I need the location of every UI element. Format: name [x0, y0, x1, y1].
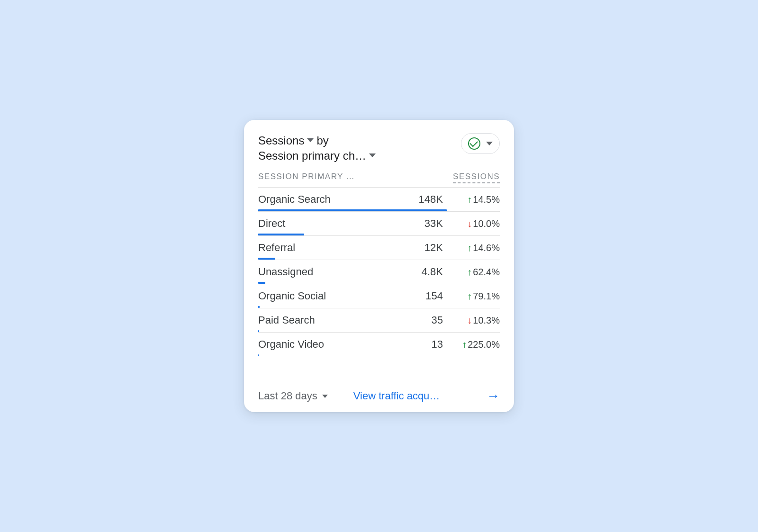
- channel-name: Organic Search: [258, 193, 400, 206]
- sessions-by-channel-card: Sessions by Session primary ch… SESSION …: [244, 120, 514, 413]
- by-word: by: [316, 133, 328, 148]
- channel-name: Paid Search: [258, 314, 400, 326]
- bar-fill: [258, 330, 259, 332]
- card-footer: Last 28 days View traffic acqu… →: [258, 385, 500, 403]
- arrow-up-icon: ↑: [467, 267, 472, 277]
- delta-percent: 79.1%: [473, 291, 500, 302]
- arrow-down-icon: ↓: [467, 316, 472, 325]
- bar-fill: [258, 234, 304, 235]
- bar-fill: [258, 258, 275, 260]
- check-circle-icon: [468, 137, 480, 150]
- column-headers: SESSION PRIMARY … SESSIONS: [258, 172, 500, 183]
- channel-table: Organic Search148K↑14.5%Direct33K↓10.0%R…: [258, 188, 500, 356]
- caret-down-icon: [486, 142, 493, 145]
- bar-track: [258, 258, 500, 260]
- table-row[interactable]: Direct33K↓10.0%: [258, 212, 500, 235]
- spacer: [258, 356, 500, 385]
- caret-down-icon: [369, 153, 376, 157]
- sessions-value: 12K: [400, 242, 443, 254]
- delta-percent: 10.3%: [473, 315, 500, 326]
- bar-fill: [258, 209, 447, 211]
- delta-percent: 14.6%: [473, 243, 500, 253]
- bar-fill: [258, 306, 260, 308]
- view-report-link[interactable]: View traffic acqu…: [353, 390, 478, 402]
- caret-down-icon: [322, 395, 328, 398]
- delta-value: ↑225.0%: [443, 339, 500, 350]
- column-header-dimension: SESSION PRIMARY …: [258, 172, 355, 183]
- arrow-up-icon: ↑: [462, 340, 467, 349]
- delta-percent: 14.5%: [473, 194, 500, 205]
- bar-track: [258, 354, 500, 356]
- table-row[interactable]: Unassigned4.8K↑62.4%: [258, 260, 500, 284]
- delta-value: ↑62.4%: [443, 267, 500, 278]
- delta-value: ↑14.6%: [443, 243, 500, 253]
- sessions-value: 33K: [400, 217, 443, 230]
- caret-down-icon: [307, 138, 314, 142]
- arrow-up-icon: ↑: [467, 243, 472, 252]
- bar-track: [258, 306, 500, 308]
- metric-selector[interactable]: Sessions: [258, 133, 304, 148]
- bar-fill: [258, 354, 259, 356]
- table-row[interactable]: Referral12K↑14.6%: [258, 236, 500, 260]
- date-range-selector[interactable]: Last 28 days: [258, 390, 328, 402]
- bar-fill: [258, 282, 265, 284]
- date-range-label: Last 28 days: [258, 390, 317, 402]
- sessions-value: 148K: [400, 193, 443, 206]
- arrow-right-icon[interactable]: →: [487, 389, 500, 403]
- channel-name: Direct: [258, 217, 400, 230]
- channel-name: Organic Video: [258, 338, 400, 351]
- arrow-up-icon: ↑: [467, 195, 472, 204]
- delta-value: ↓10.0%: [443, 218, 500, 229]
- bar-track: [258, 330, 500, 332]
- delta-percent: 225.0%: [468, 339, 500, 350]
- channel-name: Organic Social: [258, 290, 400, 302]
- sessions-value: 35: [400, 314, 443, 326]
- delta-percent: 62.4%: [473, 267, 500, 278]
- delta-percent: 10.0%: [473, 218, 500, 229]
- sessions-value: 4.8K: [400, 266, 443, 278]
- table-row[interactable]: Organic Search148K↑14.5%: [258, 188, 500, 211]
- delta-value: ↑14.5%: [443, 194, 500, 205]
- table-row[interactable]: Organic Social154↑79.1%: [258, 284, 500, 308]
- delta-value: ↓10.3%: [443, 315, 500, 326]
- status-dropdown[interactable]: [461, 133, 500, 154]
- sessions-value: 13: [400, 338, 443, 351]
- column-header-sessions[interactable]: SESSIONS: [453, 172, 500, 183]
- bar-track: [258, 234, 500, 235]
- delta-value: ↑79.1%: [443, 291, 500, 302]
- dimension-selector[interactable]: Session primary ch…: [258, 148, 366, 163]
- card-header: Sessions by Session primary ch…: [258, 133, 500, 164]
- channel-name: Unassigned: [258, 266, 400, 278]
- bar-track: [258, 282, 500, 284]
- table-row[interactable]: Organic Video13↑225.0%: [258, 333, 500, 356]
- table-row[interactable]: Paid Search35↓10.3%: [258, 308, 500, 332]
- card-title: Sessions by Session primary ch…: [258, 133, 378, 164]
- arrow-up-icon: ↑: [467, 291, 472, 301]
- channel-name: Referral: [258, 242, 400, 254]
- bar-track: [258, 209, 500, 211]
- sessions-value: 154: [400, 290, 443, 302]
- arrow-down-icon: ↓: [467, 219, 472, 228]
